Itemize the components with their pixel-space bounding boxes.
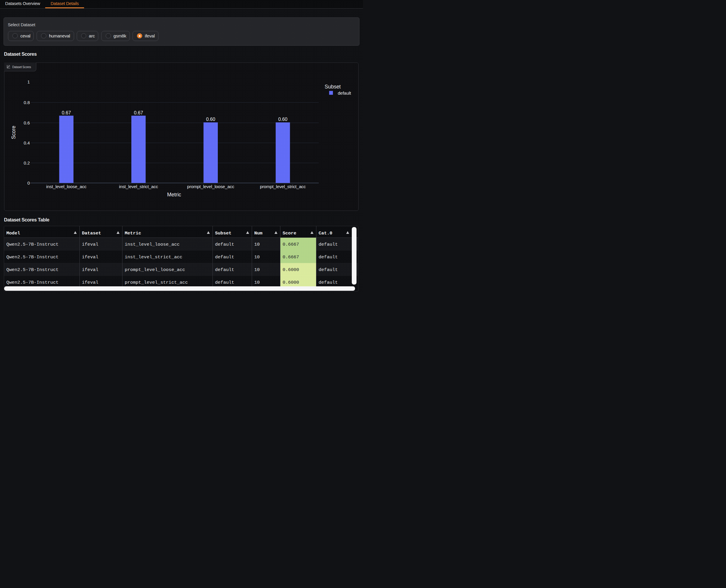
svg-text:0.60: 0.60 (206, 117, 215, 122)
svg-text:0.6: 0.6 (24, 120, 30, 125)
svg-text:0.2: 0.2 (24, 161, 30, 165)
svg-text:1: 1 (27, 79, 29, 84)
svg-text:Score: Score (10, 126, 16, 139)
svg-text:prompt_level_strict_acc: prompt_level_strict_acc (260, 184, 306, 189)
svg-text:0.4: 0.4 (24, 140, 30, 145)
svg-text:0.67: 0.67 (62, 110, 71, 115)
svg-text:0.8: 0.8 (24, 100, 30, 105)
svg-text:inst_level_loose_acc: inst_level_loose_acc (46, 184, 86, 189)
svg-text:0: 0 (27, 181, 29, 186)
svg-text:Subset: Subset (325, 84, 341, 90)
svg-text:Metric: Metric (167, 192, 181, 197)
svg-text:0.60: 0.60 (278, 117, 287, 122)
svg-text:default: default (338, 90, 351, 96)
svg-text:0.67: 0.67 (134, 110, 143, 115)
svg-text:prompt_level_loose_acc: prompt_level_loose_acc (187, 184, 234, 189)
svg-text:inst_level_strict_acc: inst_level_strict_acc (119, 184, 158, 189)
